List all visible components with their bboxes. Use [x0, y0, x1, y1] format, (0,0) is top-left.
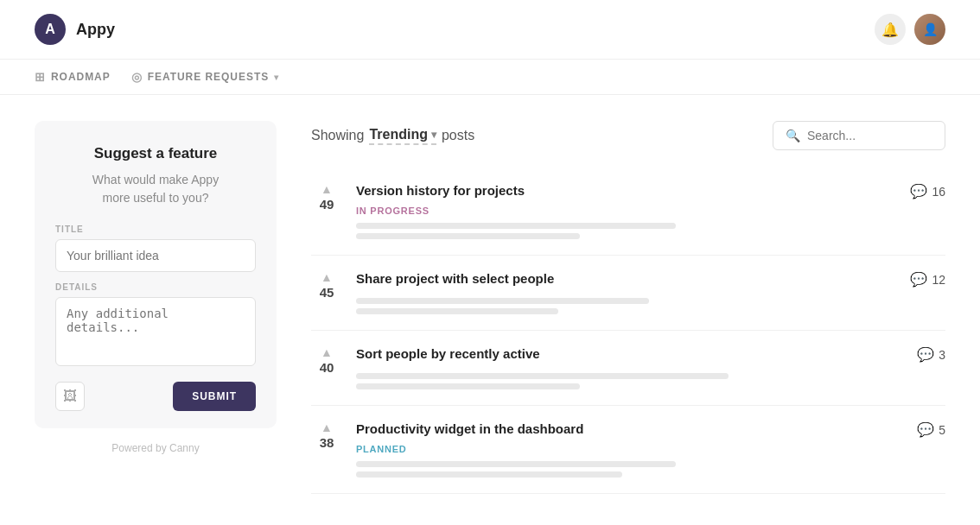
post-content-4: Productivity widget in the dashboard PLA… — [356, 421, 888, 478]
post-bar — [356, 298, 649, 304]
header-left: A Appy — [35, 14, 115, 45]
post-bars-3 — [356, 373, 888, 389]
details-field-group: DETAILS — [55, 282, 256, 370]
search-input[interactable] — [807, 129, 932, 142]
details-label: DETAILS — [55, 282, 256, 292]
title-label: TITLE — [55, 225, 256, 234]
post-bar — [356, 471, 622, 478]
comment-icon: 💬 — [917, 421, 934, 438]
post-meta-2: 💬 12 — [902, 271, 945, 288]
suggest-card: Suggest a feature What would make Appymo… — [35, 121, 277, 428]
post-content-1: Version history for projects IN PROGRESS — [356, 183, 888, 239]
post-meta-3: 💬 3 — [902, 346, 945, 363]
header-right: 🔔 👤 — [875, 14, 945, 45]
vote-block-1: ▲ 49 — [311, 183, 342, 212]
title-input[interactable] — [55, 239, 256, 272]
post-bars-1 — [356, 223, 888, 239]
post-item-2[interactable]: ▲ 45 Share project with select people 💬 … — [311, 256, 945, 331]
post-item-3[interactable]: ▲ 40 Sort people by recently active 💬 3 — [311, 331, 945, 406]
search-box: 🔍 — [773, 121, 945, 150]
comment-icon: 💬 — [917, 346, 934, 363]
post-item-1[interactable]: ▲ 49 Version history for projects IN PRO… — [311, 168, 945, 256]
feature-requests-icon: ◎ — [131, 70, 143, 84]
image-icon: 🖼 — [63, 389, 77, 404]
comment-icon: 💬 — [910, 183, 927, 199]
image-upload-button[interactable]: 🖼 — [55, 382, 85, 411]
post-bar — [356, 308, 558, 314]
post-content-3: Sort people by recently active — [356, 346, 888, 389]
upvote-arrow-icon: ▲ — [321, 421, 333, 433]
post-bar — [356, 233, 580, 239]
nav-item-roadmap[interactable]: ⊞ ROADMAP — [35, 70, 111, 84]
logo-icon: A — [35, 14, 66, 45]
trending-chevron-icon: ▾ — [431, 129, 436, 141]
chevron-down-icon: ▾ — [274, 73, 279, 82]
post-bar — [356, 373, 729, 379]
notifications-button[interactable]: 🔔 — [875, 14, 906, 45]
header: A Appy 🔔 👤 — [0, 0, 980, 60]
suggest-title: Suggest a feature — [55, 145, 256, 162]
upvote-arrow-icon: ▲ — [321, 346, 333, 358]
vote-block-3: ▲ 40 — [311, 346, 342, 375]
feed-filter: Showing Trending ▾ posts — [311, 127, 474, 145]
feed-header: Showing Trending ▾ posts 🔍 — [311, 121, 945, 150]
main-content: Suggest a feature What would make Appymo… — [0, 95, 980, 520]
vote-block-4: ▲ 38 — [311, 421, 342, 450]
vote-block-2: ▲ 45 — [311, 271, 342, 300]
posts-list: ▲ 49 Version history for projects IN PRO… — [311, 168, 945, 494]
post-bar — [356, 383, 580, 389]
suggest-subtitle: What would make Appymore useful to you? — [55, 171, 256, 207]
form-footer: 🖼 SUBMIT — [55, 382, 256, 411]
post-bar — [356, 223, 676, 229]
status-badge-1: IN PROGRESS — [356, 206, 430, 216]
post-bars-4 — [356, 461, 888, 478]
upvote-arrow-icon: ▲ — [321, 183, 333, 195]
details-input[interactable] — [55, 297, 256, 366]
app-name: Appy — [76, 21, 115, 39]
post-bars-2 — [356, 298, 888, 314]
trending-dropdown[interactable]: Trending ▾ — [369, 127, 436, 145]
nav-item-feature-requests[interactable]: ◎ FEATURE REQUESTS ▾ — [131, 70, 279, 84]
upvote-arrow-icon: ▲ — [321, 271, 333, 283]
user-avatar[interactable]: 👤 — [914, 14, 945, 45]
post-meta-4: 💬 5 — [902, 421, 945, 438]
post-content-2: Share project with select people — [356, 271, 888, 314]
search-icon: 🔍 — [786, 129, 800, 142]
post-bar — [356, 461, 676, 467]
nav: ⊞ ROADMAP ◎ FEATURE REQUESTS ▾ — [0, 60, 980, 95]
sidebar: Suggest a feature What would make Appymo… — [35, 121, 277, 494]
roadmap-icon: ⊞ — [35, 70, 46, 84]
title-field-group: TITLE — [55, 225, 256, 272]
status-badge-4: PLANNED — [356, 444, 407, 454]
feed: Showing Trending ▾ posts 🔍 ▲ 49 Ve — [311, 121, 945, 494]
post-meta-1: 💬 16 — [902, 183, 945, 199]
post-item-4[interactable]: ▲ 38 Productivity widget in the dashboar… — [311, 406, 945, 494]
submit-button[interactable]: SUBMIT — [173, 382, 256, 411]
powered-by: Powered by Canny — [35, 442, 277, 454]
comment-icon: 💬 — [910, 271, 927, 288]
